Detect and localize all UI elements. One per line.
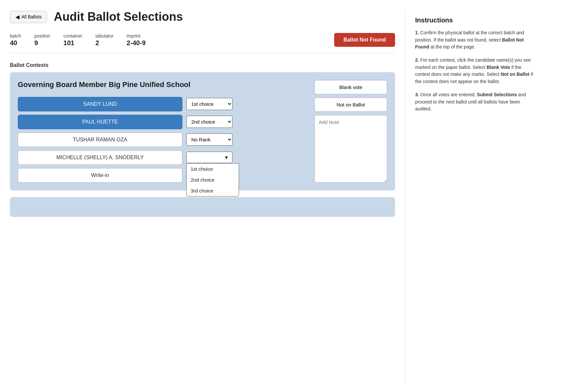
back-arrow-icon: ◀ <box>15 14 19 20</box>
candidates-list: SANDY LUND 1st choice 2nd choice 3rd cho… <box>18 97 308 183</box>
imprint-info: imprint 2-40-9 <box>127 33 146 47</box>
instruction-step-3: 3. Once all votes are entered, Submit Se… <box>415 91 533 113</box>
page-title: Audit Ballot Selections <box>54 10 183 24</box>
tabulator-info: tabulator 2 <box>95 33 113 47</box>
header-row: ◀ All Ballots Audit Ballot Selections <box>10 10 395 24</box>
candidate-paul-huette[interactable]: PAUL HUETTE <box>18 115 182 129</box>
step-2-num: 2. <box>415 57 419 63</box>
batch-info: batch 40 <box>10 33 21 47</box>
contest-title: Governing Board Member Big Pine Unified … <box>18 80 308 90</box>
sidebar: Instructions 1. Confirm the physical bal… <box>405 10 543 383</box>
ballot-info-row: batch 40 position 9 container 101 tabula… <box>10 33 395 53</box>
candidate-row: PAUL HUETTE 1st choice 2nd choice 3rd ch… <box>18 115 308 129</box>
option-3rd-choice[interactable]: 3rd choice <box>187 185 239 196</box>
not-on-ballot-button[interactable]: Not on Ballot <box>314 98 387 112</box>
rank-select-michelle[interactable]: ▼ <box>186 152 232 163</box>
candidate-row: TUSHAR RAMAN OZA 1st choice 2nd choice 3… <box>18 133 308 147</box>
position-label: position <box>34 33 50 39</box>
candidate-write-in[interactable]: Write-in <box>18 168 182 183</box>
candidate-tushar-raman-oza[interactable]: TUSHAR RAMAN OZA <box>18 133 182 147</box>
batch-value: 40 <box>10 39 21 47</box>
tabulator-label: tabulator <box>95 33 113 39</box>
rank-dropdown-michelle-container: ▼ 1st choice 2nd choice 3rd choice <box>186 152 232 163</box>
option-1st-choice[interactable]: 1st choice <box>187 163 239 174</box>
contest-inner: Governing Board Member Big Pine Unified … <box>18 80 387 183</box>
position-info: position 9 <box>34 33 50 47</box>
container-label: container <box>64 33 83 39</box>
back-button-label: All Ballots <box>21 14 41 19</box>
candidate-michelle-snoderly[interactable]: MICHELLE (SHELLY) A. SNODERLY <box>18 150 182 165</box>
back-button[interactable]: ◀ All Ballots <box>10 11 47 23</box>
contest-right: Blank vote Not on Ballot <box>314 80 387 183</box>
candidate-sandy-lund[interactable]: SANDY LUND <box>18 97 182 111</box>
tabulator-value: 2 <box>95 39 113 47</box>
rank-select-sandy-lund[interactable]: 1st choice 2nd choice 3rd choice No Rank <box>186 98 232 110</box>
candidate-row: MICHELLE (SHELLY) A. SNODERLY ▼ 1st choi… <box>18 150 308 165</box>
step-3-num: 3. <box>415 92 419 97</box>
batch-label: batch <box>10 33 21 39</box>
position-value: 9 <box>34 39 50 47</box>
sidebar-title: Instructions <box>415 16 533 24</box>
candidate-row: SANDY LUND 1st choice 2nd choice 3rd cho… <box>18 97 308 111</box>
rank-dropdown-options: 1st choice 2nd choice 3rd choice <box>186 163 239 196</box>
container-info: container 101 <box>64 33 83 47</box>
container-value: 101 <box>64 39 83 47</box>
main-content: ◀ All Ballots Audit Ballot Selections ba… <box>0 10 405 383</box>
contest-card: Governing Board Member Big Pine Unified … <box>10 72 395 191</box>
imprint-label: imprint <box>127 33 146 39</box>
ballot-not-found-button[interactable]: Ballot Not Found <box>334 33 395 47</box>
imprint-value: 2-40-9 <box>127 39 146 47</box>
instruction-step-1: 1. Confirm the physical ballot at the co… <box>415 29 533 51</box>
candidate-row: Write-in <box>18 168 308 183</box>
dropdown-arrow-icon: ▼ <box>224 155 229 160</box>
contest-left: Governing Board Member Big Pine Unified … <box>18 80 308 183</box>
contest-card-bottom <box>10 197 395 217</box>
rank-select-tushar[interactable]: 1st choice 2nd choice 3rd choice No Rank <box>186 133 232 146</box>
page-wrapper: ◀ All Ballots Audit Ballot Selections ba… <box>0 0 588 383</box>
blank-vote-button[interactable]: Blank vote <box>314 80 387 94</box>
instruction-step-2: 2. For each contest, click the candidate… <box>415 57 533 85</box>
ballot-contests-label: Ballot Contests <box>10 62 395 68</box>
step-1-num: 1. <box>415 30 419 35</box>
add-note-textarea[interactable] <box>314 115 387 183</box>
instructions-list: 1. Confirm the physical ballot at the co… <box>415 29 533 113</box>
option-2nd-choice[interactable]: 2nd choice <box>187 174 239 185</box>
rank-select-paul-huette[interactable]: 1st choice 2nd choice 3rd choice No Rank <box>186 116 232 128</box>
